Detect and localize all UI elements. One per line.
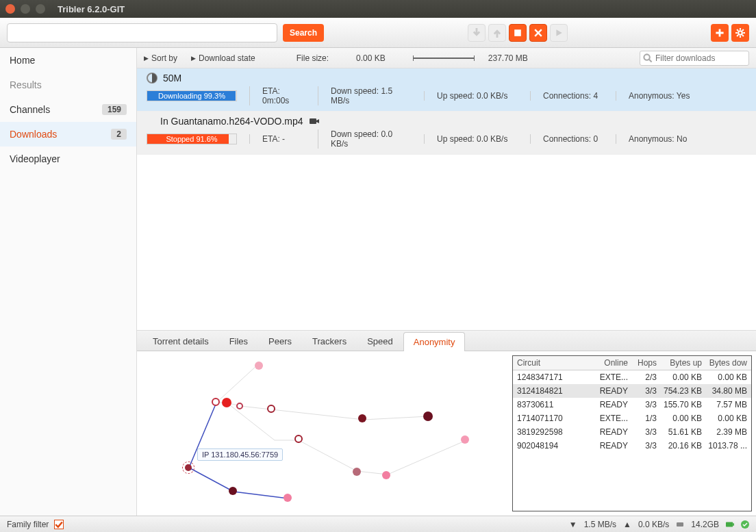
- sidebar-item-downloads[interactable]: Downloads2: [0, 122, 136, 147]
- sidebar-item-videoplayer[interactable]: Videoplayer: [0, 147, 136, 171]
- download-icon[interactable]: [468, 24, 486, 42]
- disk-icon: [676, 520, 684, 529]
- add-icon[interactable]: [711, 24, 729, 42]
- tab-trackers[interactable]: Trackers: [302, 331, 357, 351]
- maximize-icon[interactable]: [36, 4, 45, 14]
- up-speed: Up speed: 0.0 KB/s: [424, 91, 530, 101]
- download-row[interactable]: In Guantanamo.h264-VODO.mp4 Stopped 91.6…: [137, 112, 756, 155]
- table-row[interactable]: 902048194READY3/320.16 KB1013.78 ...: [513, 439, 751, 453]
- download-name: 50M: [163, 73, 181, 84]
- up-arrow-icon: ▲: [623, 520, 631, 529]
- filesize-slider[interactable]: [413, 58, 475, 59]
- sort-bar: ▶Sort by ▶Download state File size: 0.00…: [137, 48, 756, 68]
- titlebar: Tribler 6.2.0-GIT: [0, 0, 756, 18]
- sidebar-item-results[interactable]: Results: [0, 73, 136, 97]
- detail-tabs: Torrent details Files Peers Trackers Spe…: [137, 331, 756, 351]
- progress-text: Stopped 91.6%: [166, 135, 217, 143]
- badge: 2: [111, 129, 127, 140]
- svg-point-2: [644, 54, 649, 60]
- ok-icon: [741, 520, 749, 529]
- sidebar-item-label: Downloads: [10, 129, 57, 140]
- svg-rect-4: [310, 118, 316, 124]
- badge: 159: [102, 104, 127, 115]
- tab-speed[interactable]: Speed: [357, 331, 403, 351]
- window-title: Tribler 6.2.0-GIT: [58, 4, 125, 14]
- down-speed: Down speed: 0.0 KB/s: [318, 129, 424, 149]
- eta: ETA: 0m:00s: [249, 86, 318, 105]
- connections: Connections: 4: [530, 91, 616, 101]
- svg-rect-5: [677, 522, 683, 527]
- close-icon[interactable]: [5, 4, 15, 14]
- filesize-min: 0.00 KB: [356, 53, 386, 63]
- svg-rect-7: [733, 523, 734, 525]
- status-down: 1.5 MB/s: [584, 520, 616, 529]
- statusbar: Family filter ▼1.5 MB/s ▲0.0 KB/s 14.2GB: [0, 516, 756, 532]
- tab-anonymity[interactable]: Anonymity: [403, 332, 466, 351]
- sidebar-item-label: Channels: [10, 104, 50, 115]
- sidebar-item-channels[interactable]: Channels159: [0, 97, 136, 122]
- download-name: In Guantanamo.h264-VODO.mp4: [160, 116, 303, 127]
- table-row[interactable]: 1248347171EXTE...2/30.00 KB0.00 KB: [513, 370, 751, 384]
- filter-input[interactable]: [640, 51, 749, 66]
- toolbar: Search: [0, 18, 756, 48]
- family-filter-label: Family filter: [7, 520, 49, 529]
- status-up: 0.0 KB/s: [638, 520, 669, 529]
- svg-rect-6: [726, 522, 733, 527]
- connections: Connections: 0: [530, 134, 616, 144]
- circuit-table: Circuit Online Hops Bytes up Bytes dow 1…: [512, 355, 752, 511]
- down-speed: Down speed: 1.5 MB/s: [318, 86, 424, 105]
- sidebar-item-home[interactable]: Home: [0, 48, 136, 73]
- download-row[interactable]: 50M Downloading 99.3% ETA: 0m:00s Down s…: [137, 68, 756, 112]
- search-input[interactable]: [7, 23, 277, 42]
- anonymous: Anonymous: Yes: [616, 91, 702, 101]
- up-speed: Up speed: 0.0 KB/s: [424, 134, 530, 144]
- eta: ETA: -: [249, 134, 318, 144]
- delete-icon[interactable]: [529, 24, 547, 42]
- download-state[interactable]: ▶Download state: [191, 53, 255, 63]
- table-row[interactable]: 3819292598READY3/351.61 KB2.39 MB: [513, 425, 751, 439]
- download-list: 50M Downloading 99.3% ETA: 0m:00s Down s…: [137, 68, 756, 155]
- camera-icon: [309, 116, 320, 127]
- stop-icon[interactable]: [509, 24, 527, 42]
- search-icon: [643, 53, 653, 63]
- tab-torrent-details[interactable]: Torrent details: [142, 331, 219, 351]
- family-filter-checkbox[interactable]: [54, 520, 64, 529]
- network-graph: IP 131.180.45.56:7759: [137, 351, 508, 516]
- tribler-icon: [147, 73, 158, 84]
- sidebar-item-label: Videoplayer: [10, 153, 60, 164]
- search-button[interactable]: Search: [283, 24, 324, 42]
- sidebar-item-label: Home: [10, 55, 35, 66]
- tab-files[interactable]: Files: [219, 331, 258, 351]
- play-icon[interactable]: [550, 24, 568, 42]
- minimize-icon[interactable]: [21, 4, 30, 14]
- filesize-max: 237.70 MB: [488, 53, 528, 63]
- sidebar-item-label: Results: [10, 79, 42, 90]
- table-row[interactable]: 83730611READY3/3155.70 KB7.57 MB: [513, 398, 751, 411]
- filesize-label: File size:: [297, 53, 329, 63]
- sidebar: Home Results Channels159 Downloads2 Vide…: [0, 48, 137, 516]
- tab-peers[interactable]: Peers: [258, 331, 302, 351]
- anonymous: Anonymous: No: [616, 134, 699, 144]
- sort-by[interactable]: ▶Sort by: [144, 53, 177, 63]
- svg-point-1: [738, 31, 742, 35]
- down-arrow-icon: ▼: [569, 520, 577, 529]
- node-tooltip: IP 131.180.45.56:7759: [197, 448, 283, 461]
- table-row[interactable]: 1714071170EXTE...1/30.00 KB0.00 KB: [513, 411, 751, 425]
- upload-icon[interactable]: [488, 24, 506, 42]
- settings-icon[interactable]: [731, 24, 749, 42]
- status-disk: 14.2GB: [691, 520, 719, 529]
- table-row[interactable]: 3124184821READY3/3754.23 KB34.80 MB: [513, 384, 751, 398]
- svg-rect-0: [514, 29, 521, 36]
- progress-text: Downloading 99.3%: [158, 92, 225, 100]
- battery-icon: [726, 520, 734, 529]
- table-header: Circuit Online Hops Bytes up Bytes dow: [513, 356, 751, 370]
